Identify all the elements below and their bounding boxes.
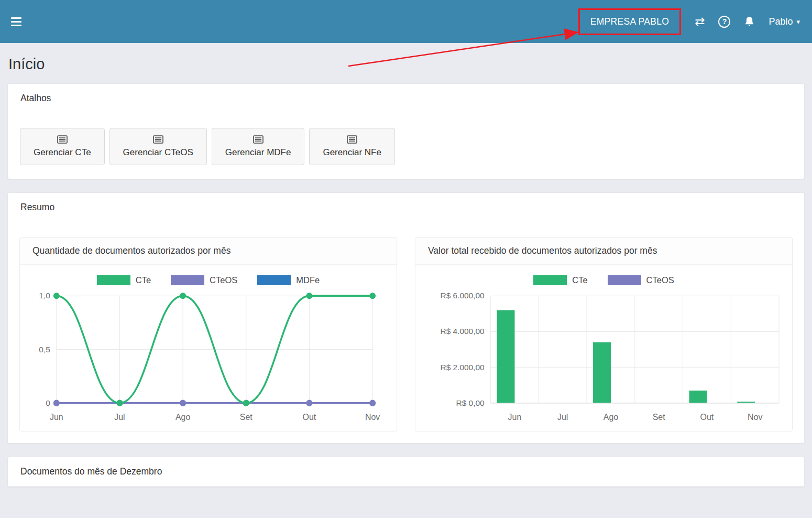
legend-swatch — [257, 275, 291, 285]
svg-text:R$ 6.000,00: R$ 6.000,00 — [441, 291, 485, 300]
topbar-right: EMPRESA PABLO ⇄ ? Pablo ▾ — [578, 8, 800, 35]
bar-chart-title: Valor total recebido de documentos autor… — [415, 238, 792, 265]
svg-text:Set: Set — [240, 413, 253, 422]
svg-text:Set: Set — [653, 413, 665, 422]
bar-chart: R$ 0,00R$ 2.000,00R$ 4.000,00R$ 6.000,00… — [415, 289, 792, 427]
list-icon — [347, 135, 357, 144]
svg-text:Ago: Ago — [175, 413, 190, 422]
legend-label: CTeOS — [646, 275, 674, 285]
shortcut-gerenciar-cteos[interactable]: Gerenciar CTeOS — [109, 128, 207, 165]
chevron-down-icon: ▾ — [796, 18, 800, 26]
company-selector[interactable]: EMPRESA PABLO — [578, 8, 681, 35]
svg-text:R$ 4.000,00: R$ 4.000,00 — [441, 327, 485, 336]
svg-text:Out: Out — [700, 413, 714, 422]
svg-text:Out: Out — [303, 413, 316, 422]
shortcut-label: Gerenciar CTe — [34, 147, 91, 158]
summary-card: Resumo Quantidade de documentos autoriza… — [7, 192, 805, 444]
shortcut-label: Gerenciar MDFe — [225, 147, 291, 158]
legend-item-mdfe[interactable]: MDFe — [257, 275, 320, 285]
list-icon — [253, 135, 264, 144]
legend-label: CTeOS — [210, 275, 237, 285]
bar-chart-body: CTeCTeOS R$ 0,00R$ 2.000,00R$ 4.000,00R$… — [415, 265, 792, 431]
line-chart-panel: Quantidade de documentos autorizados por… — [19, 237, 397, 431]
svg-text:Nov: Nov — [748, 413, 762, 422]
svg-text:Jun: Jun — [508, 413, 522, 422]
legend-swatch — [533, 275, 567, 285]
shortcuts-card: Atalhos Gerenciar CTe Gerenciar CTeOS Ge… — [7, 83, 805, 179]
user-menu[interactable]: Pablo ▾ — [769, 16, 800, 27]
shortcut-gerenciar-cte[interactable]: Gerenciar CTe — [20, 128, 105, 165]
svg-text:R$ 0,00: R$ 0,00 — [456, 398, 485, 407]
line-chart: 00,51,0JunJulAgoSetOutNov — [20, 289, 397, 427]
notifications-bell-icon[interactable] — [744, 16, 755, 27]
hamburger-menu-icon[interactable] — [0, 0, 32, 43]
line-chart-title: Quantidade de documentos autorizados por… — [20, 238, 397, 265]
legend-swatch — [97, 275, 130, 285]
shortcut-row: Gerenciar CTe Gerenciar CTeOS Gerenciar … — [8, 113, 804, 179]
chart-legend: CTeCTeOS — [415, 275, 792, 285]
shortcut-gerenciar-mdfe[interactable]: Gerenciar MDFe — [212, 128, 305, 165]
legend-swatch — [171, 275, 204, 285]
shortcut-label: Gerenciar NFe — [323, 147, 381, 158]
user-name: Pablo — [769, 16, 793, 27]
svg-text:R$ 2.000,00: R$ 2.000,00 — [441, 363, 485, 372]
svg-text:0,5: 0,5 — [39, 345, 50, 354]
shortcut-label: Gerenciar CTeOS — [123, 147, 193, 158]
legend-label: CTe — [572, 275, 587, 285]
switch-company-icon[interactable]: ⇄ — [695, 16, 705, 28]
list-icon — [153, 135, 163, 144]
line-chart-body: CTeCTeOSMDFe 00,51,0JunJulAgoSetOutNov — [20, 265, 397, 431]
svg-text:1,0: 1,0 — [39, 291, 50, 300]
shortcut-gerenciar-nfe[interactable]: Gerenciar NFe — [309, 128, 394, 165]
legend-label: MDFe — [296, 275, 320, 285]
summary-body: Quantidade de documentos autorizados por… — [8, 222, 804, 443]
legend-swatch — [608, 275, 641, 285]
legend-item-cte[interactable]: CTe — [533, 275, 587, 285]
shortcuts-header: Atalhos — [8, 84, 804, 113]
legend-label: CTe — [136, 275, 151, 285]
svg-text:Jun: Jun — [50, 413, 63, 422]
documents-card: Documentos do mês de Dezembro — [7, 457, 805, 487]
topbar: EMPRESA PABLO ⇄ ? Pablo ▾ — [0, 0, 812, 43]
svg-text:0: 0 — [46, 398, 50, 407]
legend-item-cteos[interactable]: CTeOS — [171, 275, 237, 285]
svg-text:Ago: Ago — [603, 413, 618, 422]
legend-item-cteos[interactable]: CTeOS — [608, 275, 674, 285]
svg-text:Jul: Jul — [557, 413, 568, 422]
bar-chart-panel: Valor total recebido de documentos autor… — [415, 237, 793, 431]
svg-text:Jul: Jul — [114, 413, 125, 422]
svg-text:Nov: Nov — [365, 413, 380, 422]
help-icon[interactable]: ? — [718, 16, 730, 28]
page-title: Início — [0, 56, 812, 73]
documents-header: Documentos do mês de Dezembro — [8, 457, 804, 487]
summary-header: Resumo — [8, 193, 804, 222]
chart-legend: CTeCTeOSMDFe — [20, 275, 397, 285]
list-icon — [57, 135, 68, 144]
legend-item-cte[interactable]: CTe — [97, 275, 151, 285]
